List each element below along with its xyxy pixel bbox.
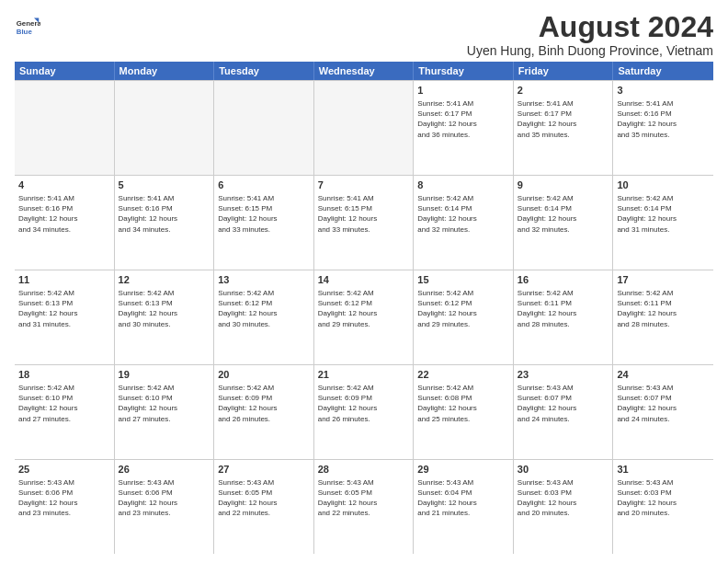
cell-text: Sunrise: 5:43 AM Sunset: 6:05 PM Dayligh… — [218, 477, 310, 519]
calendar-cell: 24Sunrise: 5:43 AM Sunset: 6:07 PM Dayli… — [613, 365, 713, 459]
cell-text: Sunrise: 5:43 AM Sunset: 6:04 PM Dayligh… — [417, 477, 509, 519]
cell-text: Sunrise: 5:42 AM Sunset: 6:12 PM Dayligh… — [417, 288, 509, 329]
cell-text: Sunrise: 5:43 AM Sunset: 6:05 PM Dayligh… — [318, 477, 410, 519]
calendar-cell: 1Sunrise: 5:41 AM Sunset: 6:17 PM Daylig… — [414, 81, 514, 175]
calendar-cell: 11Sunrise: 5:42 AM Sunset: 6:13 PM Dayli… — [15, 270, 115, 364]
calendar-row: 4Sunrise: 5:41 AM Sunset: 6:16 PM Daylig… — [15, 176, 713, 270]
cell-text: Sunrise: 5:42 AM Sunset: 6:09 PM Dayligh… — [318, 383, 410, 424]
calendar-cell: 21Sunrise: 5:42 AM Sunset: 6:09 PM Dayli… — [314, 365, 415, 459]
cell-text: Sunrise: 5:43 AM Sunset: 6:03 PM Dayligh… — [518, 477, 609, 519]
day-number: 27 — [218, 463, 310, 477]
calendar-header-cell: Sunday — [15, 62, 115, 80]
page: General Blue August 2024 Uyen Hung, Binh… — [0, 0, 728, 563]
cell-text: Sunrise: 5:43 AM Sunset: 6:07 PM Dayligh… — [617, 383, 710, 424]
calendar-cell: 7Sunrise: 5:41 AM Sunset: 6:15 PM Daylig… — [314, 176, 415, 270]
calendar-cell — [214, 81, 314, 175]
calendar-cell: 29Sunrise: 5:43 AM Sunset: 6:04 PM Dayli… — [414, 460, 514, 554]
calendar: SundayMondayTuesdayWednesdayThursdayFrid… — [15, 62, 713, 554]
calendar-cell — [15, 81, 115, 175]
calendar-row: 11Sunrise: 5:42 AM Sunset: 6:13 PM Dayli… — [15, 270, 713, 365]
header: General Blue August 2024 Uyen Hung, Binh… — [15, 11, 713, 58]
cell-text: Sunrise: 5:42 AM Sunset: 6:12 PM Dayligh… — [318, 288, 410, 329]
calendar-row: 1Sunrise: 5:41 AM Sunset: 6:17 PM Daylig… — [15, 81, 713, 176]
day-number: 19 — [119, 368, 210, 382]
cell-text: Sunrise: 5:43 AM Sunset: 6:06 PM Dayligh… — [18, 477, 110, 519]
day-number: 7 — [318, 178, 410, 192]
day-number: 22 — [417, 368, 509, 382]
cell-text: Sunrise: 5:42 AM Sunset: 6:13 PM Dayligh… — [18, 288, 110, 329]
day-number: 21 — [318, 368, 410, 382]
day-number: 10 — [617, 178, 710, 192]
day-number: 20 — [218, 368, 310, 382]
calendar-cell: 28Sunrise: 5:43 AM Sunset: 6:05 PM Dayli… — [314, 460, 415, 554]
cell-text: Sunrise: 5:41 AM Sunset: 6:15 PM Dayligh… — [218, 193, 310, 235]
day-number: 28 — [318, 463, 410, 477]
day-number: 29 — [417, 463, 509, 477]
cell-text: Sunrise: 5:42 AM Sunset: 6:09 PM Dayligh… — [218, 383, 310, 424]
cell-text: Sunrise: 5:41 AM Sunset: 6:17 PM Dayligh… — [518, 98, 609, 140]
main-title: August 2024 — [467, 11, 713, 43]
day-number: 9 — [518, 178, 609, 192]
day-number: 25 — [18, 463, 110, 477]
calendar-cell: 25Sunrise: 5:43 AM Sunset: 6:06 PM Dayli… — [15, 460, 115, 554]
day-number: 23 — [518, 368, 609, 382]
day-number: 8 — [417, 178, 509, 192]
calendar-cell: 23Sunrise: 5:43 AM Sunset: 6:07 PM Dayli… — [514, 365, 614, 459]
cell-text: Sunrise: 5:43 AM Sunset: 6:03 PM Dayligh… — [617, 477, 710, 519]
day-number: 3 — [617, 84, 710, 98]
cell-text: Sunrise: 5:43 AM Sunset: 6:06 PM Dayligh… — [119, 477, 210, 519]
day-number: 13 — [218, 273, 310, 287]
calendar-cell: 15Sunrise: 5:42 AM Sunset: 6:12 PM Dayli… — [414, 270, 514, 364]
calendar-cell: 30Sunrise: 5:43 AM Sunset: 6:03 PM Dayli… — [514, 460, 614, 554]
calendar-cell: 2Sunrise: 5:41 AM Sunset: 6:17 PM Daylig… — [514, 81, 614, 175]
day-number: 12 — [119, 273, 210, 287]
day-number: 16 — [518, 273, 609, 287]
cell-text: Sunrise: 5:42 AM Sunset: 6:14 PM Dayligh… — [617, 193, 710, 235]
calendar-header-cell: Thursday — [414, 62, 514, 80]
calendar-cell: 6Sunrise: 5:41 AM Sunset: 6:15 PM Daylig… — [214, 176, 314, 270]
logo: General Blue — [15, 15, 40, 40]
cell-text: Sunrise: 5:41 AM Sunset: 6:16 PM Dayligh… — [119, 193, 210, 235]
subtitle: Uyen Hung, Binh Duong Province, Vietnam — [467, 43, 713, 58]
cell-text: Sunrise: 5:42 AM Sunset: 6:12 PM Dayligh… — [218, 288, 310, 329]
cell-text: Sunrise: 5:42 AM Sunset: 6:14 PM Dayligh… — [417, 193, 509, 235]
day-number: 4 — [18, 178, 110, 192]
svg-text:General: General — [17, 19, 40, 28]
calendar-cell: 12Sunrise: 5:42 AM Sunset: 6:13 PM Dayli… — [115, 270, 215, 364]
calendar-cell — [314, 81, 415, 175]
cell-text: Sunrise: 5:42 AM Sunset: 6:13 PM Dayligh… — [119, 288, 210, 329]
calendar-cell: 18Sunrise: 5:42 AM Sunset: 6:10 PM Dayli… — [15, 365, 115, 459]
title-block: August 2024 Uyen Hung, Binh Duong Provin… — [467, 11, 713, 58]
calendar-row: 18Sunrise: 5:42 AM Sunset: 6:10 PM Dayli… — [15, 365, 713, 460]
calendar-cell: 5Sunrise: 5:41 AM Sunset: 6:16 PM Daylig… — [115, 176, 215, 270]
day-number: 1 — [417, 84, 509, 98]
cell-text: Sunrise: 5:42 AM Sunset: 6:08 PM Dayligh… — [417, 383, 509, 424]
calendar-body: 1Sunrise: 5:41 AM Sunset: 6:17 PM Daylig… — [15, 80, 713, 554]
calendar-cell: 20Sunrise: 5:42 AM Sunset: 6:09 PM Dayli… — [214, 365, 314, 459]
day-number: 17 — [617, 273, 710, 287]
day-number: 24 — [617, 368, 710, 382]
cell-text: Sunrise: 5:41 AM Sunset: 6:17 PM Dayligh… — [417, 98, 509, 140]
calendar-cell: 19Sunrise: 5:42 AM Sunset: 6:10 PM Dayli… — [115, 365, 215, 459]
day-number: 31 — [617, 463, 710, 477]
calendar-header-cell: Monday — [115, 62, 215, 80]
day-number: 2 — [518, 84, 609, 98]
calendar-cell: 17Sunrise: 5:42 AM Sunset: 6:11 PM Dayli… — [613, 270, 713, 364]
cell-text: Sunrise: 5:41 AM Sunset: 6:16 PM Dayligh… — [18, 193, 110, 235]
calendar-cell: 26Sunrise: 5:43 AM Sunset: 6:06 PM Dayli… — [115, 460, 215, 554]
cell-text: Sunrise: 5:41 AM Sunset: 6:16 PM Dayligh… — [617, 98, 710, 140]
cell-text: Sunrise: 5:43 AM Sunset: 6:07 PM Dayligh… — [518, 383, 609, 424]
calendar-cell: 16Sunrise: 5:42 AM Sunset: 6:11 PM Dayli… — [514, 270, 614, 364]
calendar-cell: 8Sunrise: 5:42 AM Sunset: 6:14 PM Daylig… — [414, 176, 514, 270]
day-number: 15 — [417, 273, 509, 287]
calendar-header-cell: Wednesday — [314, 62, 415, 80]
calendar-cell: 22Sunrise: 5:42 AM Sunset: 6:08 PM Dayli… — [414, 365, 514, 459]
calendar-cell: 31Sunrise: 5:43 AM Sunset: 6:03 PM Dayli… — [613, 460, 713, 554]
calendar-header: SundayMondayTuesdayWednesdayThursdayFrid… — [15, 62, 713, 80]
cell-text: Sunrise: 5:41 AM Sunset: 6:15 PM Dayligh… — [318, 193, 410, 235]
day-number: 11 — [18, 273, 110, 287]
calendar-cell: 9Sunrise: 5:42 AM Sunset: 6:14 PM Daylig… — [514, 176, 614, 270]
calendar-cell: 10Sunrise: 5:42 AM Sunset: 6:14 PM Dayli… — [613, 176, 713, 270]
cell-text: Sunrise: 5:42 AM Sunset: 6:11 PM Dayligh… — [518, 288, 609, 329]
day-number: 14 — [318, 273, 410, 287]
